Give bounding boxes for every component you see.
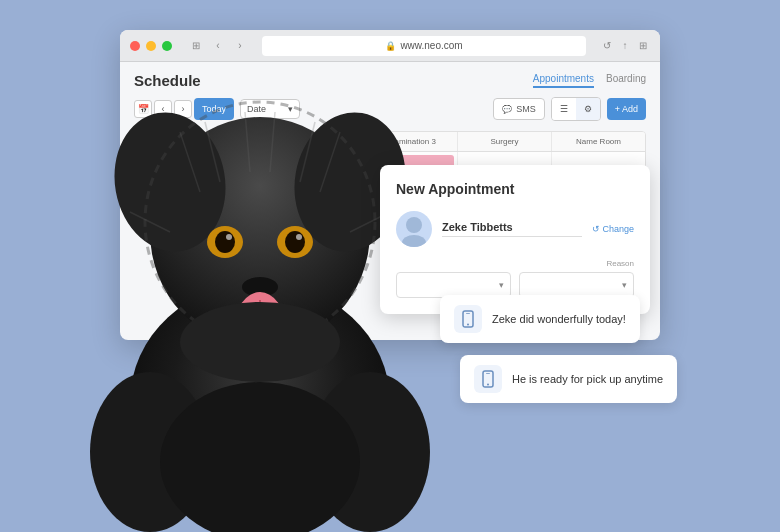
svg-point-6 xyxy=(487,384,489,386)
tabs-icon[interactable]: ⊞ xyxy=(636,39,650,53)
sms-text-2: He is ready for pick up anytime xyxy=(512,373,663,385)
grid-view-button[interactable]: ⚙ xyxy=(576,98,600,120)
col-surgery: Surgery xyxy=(457,132,551,151)
svg-point-17 xyxy=(226,234,232,240)
sms-button[interactable]: 💬 SMS xyxy=(493,98,545,120)
change-button[interactable]: ↺ Change xyxy=(592,224,634,234)
select-1-chevron: ▾ xyxy=(499,280,504,290)
sms-bubble-2-container: He is ready for pick up anytime xyxy=(460,355,677,403)
tab-appointments[interactable]: Appointments xyxy=(533,73,594,88)
patient-info: Zeke Tibbetts xyxy=(442,221,582,237)
phone-svg-2 xyxy=(481,370,495,388)
phone-svg-1 xyxy=(461,310,475,328)
svg-rect-4 xyxy=(466,313,470,314)
patient-avatar xyxy=(396,211,432,247)
sms-bubble-1: Zeke did wonderfully today! xyxy=(440,295,640,343)
select-2-chevron: ▾ xyxy=(622,280,627,290)
tab-boarding[interactable]: Boarding xyxy=(606,73,646,88)
browser-actions: ↺ ↑ ⊞ xyxy=(600,39,650,53)
modal-title: New Appointment xyxy=(396,181,634,197)
app-tabs: Appointments Boarding xyxy=(533,73,646,88)
sms-phone-icon-1 xyxy=(454,305,482,333)
reload-icon[interactable]: ↺ xyxy=(600,39,614,53)
change-label: Change xyxy=(602,224,634,234)
list-view-button[interactable]: ☰ xyxy=(552,98,576,120)
svg-point-18 xyxy=(296,234,302,240)
sms-icon: 💬 xyxy=(502,105,512,114)
sms-text-1: Zeke did wonderfully today! xyxy=(492,313,626,325)
svg-rect-7 xyxy=(486,373,490,374)
share-icon[interactable]: ↑ xyxy=(618,39,632,53)
new-appointment-modal: New Appointment Zeke Tibbetts ↺ Change R… xyxy=(380,165,650,314)
svg-point-1 xyxy=(402,235,426,247)
patient-name-underline xyxy=(442,236,582,237)
svg-point-3 xyxy=(467,324,469,326)
sms-bubble-1-container: Zeke did wonderfully today! xyxy=(440,295,640,343)
reason-label: Reason xyxy=(396,259,634,268)
add-button[interactable]: + Add xyxy=(607,98,646,120)
svg-point-15 xyxy=(215,231,235,253)
modal-patient-row: Zeke Tibbetts ↺ Change xyxy=(396,211,634,247)
add-label: + Add xyxy=(615,104,638,114)
sms-label: SMS xyxy=(516,104,536,114)
svg-point-23 xyxy=(180,302,340,382)
avatar-svg xyxy=(396,211,432,247)
view-toggle-group: ☰ ⚙ xyxy=(551,97,601,121)
svg-point-0 xyxy=(406,217,422,233)
sms-phone-icon-2 xyxy=(474,365,502,393)
patient-name: Zeke Tibbetts xyxy=(442,221,582,233)
col-name-room: Name Room xyxy=(551,132,645,151)
sms-bubble-2: He is ready for pick up anytime xyxy=(460,355,677,403)
svg-point-16 xyxy=(285,231,305,253)
change-icon: ↺ xyxy=(592,224,600,234)
